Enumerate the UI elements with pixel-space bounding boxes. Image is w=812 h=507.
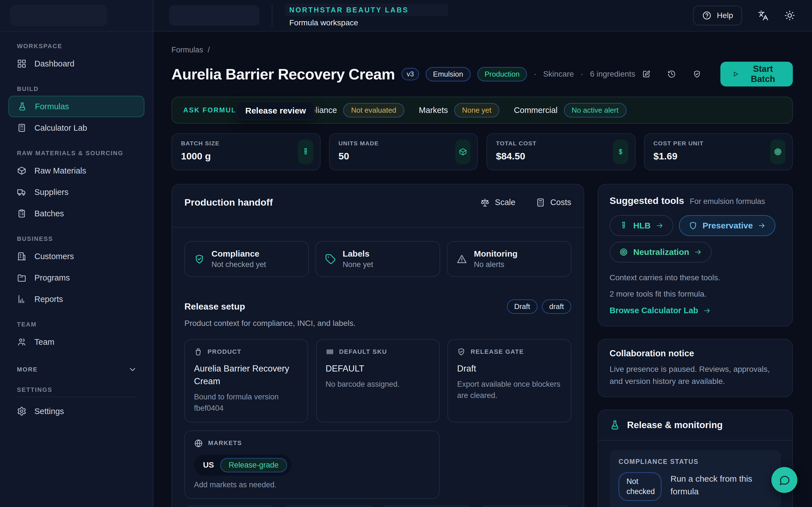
chevron-down-icon [128,365,137,374]
arrow-right-icon [656,222,664,230]
handoff-status-row: Compliance Not checked yet Labels None y… [185,241,571,277]
section-label-settings: SETTINGS [0,385,153,394]
sidebar-item-suppliers[interactable]: Suppliers [0,181,153,203]
type-badge: Emulsion [426,67,470,81]
help-button[interactable]: Help [693,6,742,25]
handoff-header: Production handoff Scale Costs [172,184,583,228]
costs-button[interactable]: Costs [536,198,571,207]
sidebar-section-workspace: WORKSPACE Dashboard [0,42,153,74]
page-content: Formulas / Aurelia Barrier Recovery Crea… [153,32,812,507]
stat-cost-per-unit: COST PER UNIT $1.69 [644,133,793,170]
translate-icon[interactable] [758,10,769,21]
release-evidence-card[interactable]: RELEASE EVIDENCE Download [479,506,571,507]
sidebar-item-batches[interactable]: Batches [0,203,153,224]
release-context-grid: PRODUCT Aurelia Barrier Recovery Cream B… [185,339,571,422]
alert-triangle-icon [456,254,467,265]
shield-icon [689,221,698,230]
brand-name: NORTHSTAR BEAUTY LABS [289,6,409,14]
status-badge: Production [477,67,527,81]
sidebar-divider [17,397,136,397]
clipboard-icon [17,209,27,218]
sidebar-header [0,0,153,32]
sidebar-more-toggle[interactable]: MORE [0,364,153,375]
market-us-pill[interactable]: US Release-grade [194,455,292,476]
sidebar-item-team[interactable]: Team [0,331,153,353]
hlb-tool-button[interactable]: HLB [610,215,673,236]
compliance-card[interactable]: Compliance Not checked yet [185,241,309,277]
workspace-logo-placeholder [10,5,107,26]
sidebar-item-reports[interactable]: Reports [0,288,153,310]
tools-note-1: Context carries into these tools. [610,273,781,282]
globe-icon [194,439,203,448]
collaboration-notice-card: Collaboration notice Live presence is pa… [598,339,793,397]
scale-icon [480,198,490,207]
sidebar-item-calculator-lab[interactable]: Calculator Lab [0,117,153,138]
sidebar-item-raw-materials[interactable]: Raw Materials [0,160,153,181]
arrow-right-icon [703,307,711,315]
section-label-business: BUSINESS [0,234,153,243]
meta-separator: · [580,69,583,78]
stats-row: BATCH SIZE 1000 g UNITS MADE 50 TOTAL CO… [171,133,793,170]
sidebar-item-settings[interactable]: Settings [0,400,153,422]
compliance-status-panel: COMPLIANCE STATUS Not checked Run a chec… [610,450,781,507]
suggested-tools-card: Suggested tools For emulsion formulas HL… [598,184,793,327]
history-icon[interactable] [667,69,676,79]
test-tube-icon [619,221,628,230]
header-divider [272,4,272,27]
title-row: Aurelia Barrier Recovery Cream v3 Emulsi… [171,62,793,87]
breadcrumb-separator: / [208,46,210,54]
release-draft-badge-2: draft [542,299,571,314]
flask-icon [610,420,620,431]
monitoring-card[interactable]: Monitoring No alerts [447,241,571,277]
dashboard-icon [17,59,27,68]
right-panel: Suggested tools For emulsion formulas HL… [598,184,793,507]
top-bar: NORTHSTAR BEAUTY LABS Formula workspace … [153,0,812,32]
shield-check-icon [194,254,205,265]
labels-card[interactable]: Labels None yet [315,241,440,277]
sidebar: WORKSPACE Dashboard BUILD Formulas Calcu… [0,0,153,507]
workspace-subtitle: Formula workspace [285,18,448,27]
latest-inci-card[interactable]: LATEST INCI Not generated [283,506,374,507]
content-columns: Production handoff Scale Costs [171,184,793,507]
target-icon [619,247,628,257]
scale-button[interactable]: Scale [480,198,515,207]
meta-separator: · [534,69,536,78]
default-sku-card: DEFAULT SKU DEFAULT No barcode assigned. [316,339,440,422]
neutralization-tool-button[interactable]: Neutralization [610,242,712,263]
edit-icon[interactable] [642,69,651,79]
release-setup-subtitle: Product context for compliance, INCI, an… [185,319,571,328]
theme-toggle-sun-icon[interactable] [784,10,795,21]
sidebar-item-dashboard[interactable]: Dashboard [0,53,153,74]
release-gate-card: RELEASE GATE Draft Export available once… [448,339,571,422]
release-review-tooltip: Release review [236,101,315,120]
latest-docs-row: LATEST COMPLIANCE Not generated LATEST I… [185,506,571,507]
sidebar-section-raw-materials: RAW MATERIALS & SOURCING Raw Materials S… [0,149,153,224]
latest-compliance-card[interactable]: LATEST COMPLIANCE Not generated [185,506,276,507]
sidebar-item-programs[interactable]: Programs [0,267,153,288]
markets-card: MARKETS US Release-grade Add markets as … [185,431,440,499]
markets-stat: Markets None yet [419,103,499,117]
chat-icon [778,474,791,486]
start-batch-button[interactable]: Start Batch [720,62,793,87]
meta-category: Skincare [543,69,574,78]
latest-label-card[interactable]: LATEST LABEL Not generated [381,506,473,507]
sidebar-item-formulas[interactable]: Formulas [8,96,144,117]
stat-total-cost: TOTAL COST $84.50 [486,133,636,170]
folder-icon [17,273,27,283]
section-label-workspace: WORKSPACE [0,42,153,51]
commercial-stat: Commercial No active alert [514,103,626,117]
ask-formuley-bar[interactable]: ASK FORMULEY Release review Compliance N… [171,97,793,124]
preservative-tool-button[interactable]: Preservative [679,215,775,236]
breadcrumb-formulas[interactable]: Formulas [171,46,203,54]
product-card: PRODUCT Aurelia Barrier Recovery Cream B… [185,339,308,422]
chat-fab[interactable] [771,467,797,493]
sidebar-item-customers[interactable]: Customers [0,245,153,267]
release-draft-badge: Draft [507,299,538,314]
meta-ingredients: 6 ingredients [590,69,635,78]
help-icon [702,11,712,20]
bar-chart-icon [17,294,27,304]
stat-batch-size: BATCH SIZE 1000 g [171,133,320,170]
browse-calculator-lab-link[interactable]: Browse Calculator Lab [610,306,781,315]
brand-highlight: NORTHSTAR BEAUTY LABS [285,4,448,16]
shield-check-icon[interactable] [693,69,701,79]
